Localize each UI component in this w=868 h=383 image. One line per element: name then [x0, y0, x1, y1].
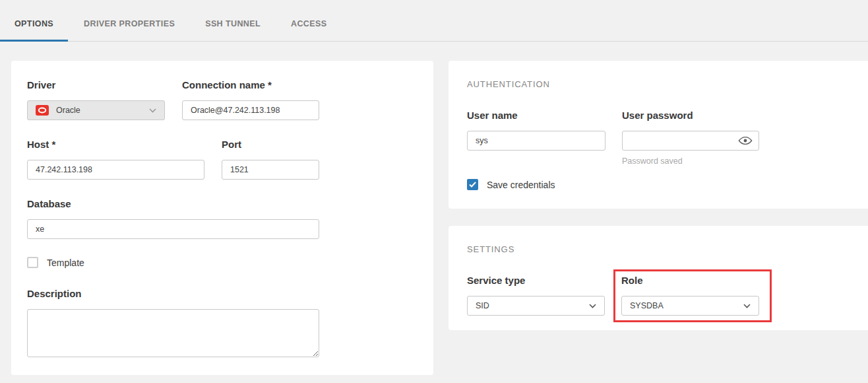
authentication-card: AUTHENTICATION User name User password P… — [449, 61, 868, 209]
eye-icon[interactable] — [738, 136, 753, 145]
tab-access[interactable]: ACCESS — [276, 0, 342, 42]
role-select[interactable]: SYSDBA — [621, 296, 759, 316]
database-label: Database — [27, 198, 319, 209]
tab-driver-properties[interactable]: DRIVER PROPERTIES — [69, 0, 189, 42]
tab-bar: OPTIONS DRIVER PROPERTIES SSH TUNNEL ACC… — [0, 0, 868, 42]
service-type-select[interactable]: SID — [467, 296, 605, 316]
save-credentials-checkbox[interactable] — [467, 179, 478, 190]
tab-ssh-tunnel[interactable]: SSH TUNNEL — [191, 0, 275, 42]
template-checkbox-label: Template — [47, 258, 84, 268]
driver-select[interactable]: Oracle — [27, 100, 165, 120]
host-input[interactable] — [27, 160, 204, 180]
port-input[interactable] — [222, 160, 319, 180]
chevron-down-icon — [589, 304, 596, 308]
tab-options[interactable]: OPTIONS — [0, 0, 68, 42]
settings-header: SETTINGS — [467, 244, 850, 254]
chevron-down-icon — [149, 108, 156, 113]
save-credentials-label: Save credentials — [487, 180, 555, 190]
database-input[interactable] — [27, 219, 319, 239]
template-checkbox-row[interactable]: Template — [27, 257, 418, 268]
save-credentials-row[interactable]: Save credentials — [467, 179, 850, 190]
chevron-down-icon — [743, 304, 751, 308]
authentication-header: AUTHENTICATION — [467, 79, 850, 89]
connection-name-label: Connection name * — [182, 79, 319, 90]
driver-select-value: Oracle — [56, 106, 149, 115]
checkmark-icon — [469, 182, 476, 188]
description-label: Description — [27, 288, 418, 299]
template-checkbox[interactable] — [27, 257, 38, 268]
role-label: Role — [621, 275, 759, 286]
user-password-label: User password — [622, 110, 759, 121]
connection-name-input[interactable] — [182, 100, 319, 120]
service-type-select-value: SID — [476, 301, 589, 310]
description-textarea[interactable] — [27, 309, 319, 357]
password-saved-hint: Password saved — [622, 157, 759, 166]
service-type-label: Service type — [467, 275, 605, 286]
host-label: Host * — [27, 139, 204, 150]
user-name-label: User name — [467, 110, 605, 121]
driver-label: Driver — [27, 79, 165, 90]
user-name-input[interactable] — [467, 131, 605, 151]
oracle-driver-icon — [36, 105, 49, 116]
settings-card: SETTINGS Service type SID Role SYSDBA — [449, 226, 868, 330]
connection-options-card: Driver Oracle Connection name * Host — [11, 61, 433, 375]
port-label: Port — [222, 139, 319, 150]
role-select-value: SYSDBA — [630, 301, 743, 310]
